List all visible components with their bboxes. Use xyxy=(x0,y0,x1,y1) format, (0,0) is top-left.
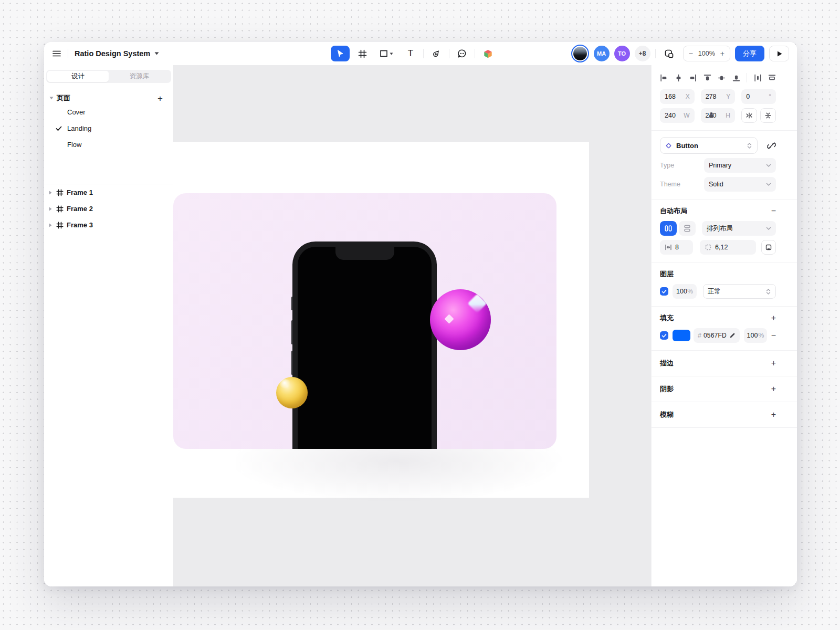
add-fill-button[interactable]: + xyxy=(771,314,776,322)
add-shadow-button[interactable]: + xyxy=(771,385,776,393)
y-position-input[interactable]: 278Y xyxy=(701,89,736,104)
align-top-icon[interactable] xyxy=(704,74,711,82)
tidy-up-icon[interactable] xyxy=(768,74,776,82)
shape-tool-button[interactable] xyxy=(375,46,398,61)
horizontal-layout-button[interactable] xyxy=(660,221,677,236)
fill-title: 填充 xyxy=(660,313,674,323)
layer-visible-checkbox[interactable] xyxy=(660,287,668,296)
blend-mode-select[interactable]: 正常 xyxy=(703,284,776,299)
align-horizontal-center-icon[interactable] xyxy=(675,74,682,82)
check-icon xyxy=(662,289,667,294)
canvas-switch-button[interactable] xyxy=(660,46,678,61)
component-selector[interactable]: Button xyxy=(660,137,758,154)
hero-rectangle[interactable] xyxy=(173,193,556,449)
play-icon xyxy=(776,50,783,57)
type-select[interactable]: Primary xyxy=(704,158,776,173)
move-tool-button[interactable] xyxy=(331,46,350,61)
avatar-initials: MA xyxy=(597,50,606,57)
plugins-button[interactable] xyxy=(478,46,497,61)
arrangement-value: 排列布局 xyxy=(707,224,763,233)
desktop-background: Ratio Design System T xyxy=(0,0,840,630)
phone-mockup[interactable] xyxy=(292,242,437,449)
theme-row: Theme Solid xyxy=(660,177,776,192)
align-left-icon[interactable] xyxy=(660,74,668,82)
distribute-horizontal-icon[interactable] xyxy=(754,74,762,82)
tab-assets[interactable]: 资源库 xyxy=(109,71,170,82)
main-menu-button[interactable] xyxy=(52,49,61,58)
fill-visible-checkbox[interactable] xyxy=(660,331,668,340)
phone-side-button xyxy=(291,351,293,375)
stroke-title: 描边 xyxy=(660,359,674,368)
padding-input[interactable]: 6,12 xyxy=(700,240,756,255)
item-spacing-input[interactable]: 8 xyxy=(660,240,693,255)
add-blur-button[interactable]: + xyxy=(771,411,776,419)
fill-opacity-input[interactable]: 100 % xyxy=(744,328,767,343)
text-tool-button[interactable]: T xyxy=(401,46,420,61)
sphere-magenta[interactable] xyxy=(430,289,491,350)
expand-chevron-icon[interactable] xyxy=(49,191,53,195)
page-item-flow[interactable]: Flow xyxy=(44,136,173,153)
zoom-out-button[interactable]: − xyxy=(689,49,693,58)
remove-auto-layout-button[interactable]: − xyxy=(771,207,776,215)
collapse-caret-icon[interactable] xyxy=(49,97,54,100)
vertical-layout-button[interactable] xyxy=(679,221,696,236)
layer-item-frame-3[interactable]: Frame 3 xyxy=(44,217,173,233)
rotation-input[interactable]: 0° xyxy=(741,89,776,104)
height-input[interactable]: 240H xyxy=(701,108,736,123)
align-bottom-icon[interactable] xyxy=(732,74,740,82)
layer-item-frame-2[interactable]: Frame 2 xyxy=(44,201,173,217)
align-vertical-center-icon[interactable] xyxy=(718,74,726,82)
detach-instance-button[interactable] xyxy=(767,141,776,150)
fill-row: # 0567FD 100 % − xyxy=(660,328,776,343)
fill-color-swatch[interactable] xyxy=(673,330,690,341)
chevron-down-icon xyxy=(766,227,771,230)
page-item-landing[interactable]: Landing xyxy=(44,120,173,136)
theme-select[interactable]: Solid xyxy=(704,177,776,192)
present-button[interactable] xyxy=(769,46,789,61)
width-input[interactable]: 240W xyxy=(660,108,695,123)
component-diamond-icon xyxy=(665,142,672,149)
collaborator-avatar-photo[interactable] xyxy=(571,45,589,62)
toolbar-left: Ratio Design System xyxy=(52,49,159,58)
canvas-viewport[interactable] xyxy=(173,65,651,586)
layer-name: Frame 3 xyxy=(67,221,93,229)
frame-tool-button[interactable] xyxy=(353,46,372,61)
constrain-proportions-toggle[interactable] xyxy=(708,112,714,120)
spacing-icon xyxy=(665,244,672,251)
layer-opacity-input[interactable]: 100 % xyxy=(673,284,697,299)
pencil-icon[interactable] xyxy=(729,332,736,339)
pen-tool-button[interactable] xyxy=(427,46,446,61)
x-position-input[interactable]: 168X xyxy=(660,89,695,104)
cursor-icon xyxy=(336,49,344,58)
page-item-cover[interactable]: Cover xyxy=(44,104,173,120)
comment-bubble-icon xyxy=(457,49,467,58)
align-right-icon[interactable] xyxy=(689,74,697,82)
zoom-in-button[interactable]: + xyxy=(720,49,724,58)
flip-vertical-button[interactable] xyxy=(760,108,776,123)
fill-hex-input[interactable]: # 0567FD xyxy=(694,328,740,343)
expand-chevron-icon[interactable] xyxy=(49,223,53,227)
tab-design[interactable]: 设计 xyxy=(47,71,109,82)
document-title-menu[interactable]: Ratio Design System xyxy=(75,49,159,58)
remove-fill-button[interactable]: − xyxy=(771,331,776,340)
sphere-yellow[interactable] xyxy=(276,377,308,408)
type-row: Type Primary xyxy=(660,158,776,173)
collaborator-avatar[interactable]: TO xyxy=(614,46,630,61)
canvas-artboard[interactable] xyxy=(173,142,589,498)
arrangement-select[interactable]: 排列布局 xyxy=(702,221,776,236)
phone-side-button xyxy=(291,320,293,344)
page-name: Cover xyxy=(67,108,86,116)
collaborators-overflow-badge[interactable]: +8 xyxy=(635,46,650,61)
add-page-button[interactable]: + xyxy=(158,94,163,103)
flip-horizontal-button[interactable] xyxy=(741,108,757,123)
chevron-down-icon xyxy=(766,183,771,186)
comment-tool-button[interactable] xyxy=(453,46,471,61)
add-stroke-button[interactable]: + xyxy=(771,359,776,368)
collaborator-avatar[interactable]: MA xyxy=(594,46,610,61)
page-name: Flow xyxy=(67,141,81,149)
individual-padding-button[interactable] xyxy=(761,240,776,255)
share-button[interactable]: 分享 xyxy=(735,46,764,61)
expand-chevron-icon[interactable] xyxy=(49,207,53,211)
layer-item-frame-1[interactable]: Frame 1 xyxy=(44,184,173,201)
zoom-level[interactable]: 100% xyxy=(698,50,715,57)
